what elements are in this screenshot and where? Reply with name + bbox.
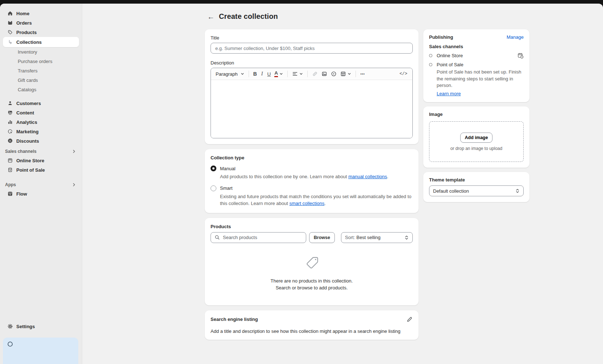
sidebar-item-label: Orders xyxy=(16,20,32,26)
manual-option-label: Manual xyxy=(220,166,236,171)
sidebar-item-label: Content xyxy=(16,110,34,116)
sidebar-item-settings[interactable]: Settings xyxy=(3,322,79,331)
description-textarea[interactable] xyxy=(211,80,412,138)
sidebar-item-label: Inventory xyxy=(18,49,37,55)
title-input[interactable] xyxy=(211,43,413,54)
sidebar-item-customers[interactable]: Customers xyxy=(3,99,79,108)
insert-image-button[interactable] xyxy=(320,70,329,78)
channel-status-icon xyxy=(429,54,432,57)
sidebar-item-home[interactable]: Home xyxy=(3,9,79,18)
publishing-heading: Publishing xyxy=(429,34,453,40)
more-options-icon: ⋯ xyxy=(360,71,366,77)
sidebar-item-transfers[interactable]: Transfers xyxy=(3,66,79,75)
learn-more-link[interactable]: Learn more xyxy=(437,91,461,96)
text-color-icon: A xyxy=(274,71,278,77)
chevron-down-icon xyxy=(348,72,351,76)
paragraph-style-dropdown[interactable]: Paragraph xyxy=(214,70,246,78)
chevron-down-icon xyxy=(241,72,244,76)
channel-label: Point of Sale xyxy=(437,62,463,67)
underline-button[interactable]: U xyxy=(266,70,273,78)
seo-description: Add a title and description to see how t… xyxy=(211,329,413,334)
sidebar-item-discounts[interactable]: Discounts xyxy=(3,136,79,146)
sidebar-item-flow[interactable]: Flow xyxy=(3,189,79,198)
chevron-right-icon xyxy=(72,149,76,154)
image-dropzone[interactable]: Add image or drop an image to upload xyxy=(429,121,524,162)
chevron-down-icon xyxy=(279,72,283,76)
insert-table-button[interactable] xyxy=(338,70,353,78)
content-icon xyxy=(7,110,13,116)
text-color-button[interactable]: A xyxy=(273,69,285,78)
manual-collections-link[interactable]: manual collections xyxy=(348,174,387,179)
description-text: Add products to this collection one by o… xyxy=(220,174,348,179)
sidebar-item-content[interactable]: Content xyxy=(3,108,79,117)
search-products-input[interactable] xyxy=(223,235,302,240)
chevron-right-icon xyxy=(72,183,76,187)
sidebar-item-label: Point of Sale xyxy=(16,167,45,173)
apps-section-header[interactable]: Apps xyxy=(3,180,79,189)
toolbar-divider xyxy=(307,71,308,77)
link-button[interactable] xyxy=(310,70,320,78)
sidebar-item-catalogs[interactable]: Catalogs xyxy=(3,85,79,94)
sidebar-item-products[interactable]: Products xyxy=(3,28,79,37)
manual-radio-option[interactable]: Manual xyxy=(211,166,413,171)
sort-value-label: Best selling xyxy=(356,235,380,240)
sidebar-item-label: Transfers xyxy=(18,68,37,74)
section-header-label: Sales channels xyxy=(5,149,37,154)
sidebar-item-label: Products xyxy=(16,30,37,35)
insert-video-button[interactable] xyxy=(329,70,338,78)
theme-template-heading: Theme template xyxy=(429,177,524,183)
radio-selected-icon[interactable] xyxy=(211,166,216,171)
schedule-publish-button[interactable] xyxy=(517,53,524,59)
sidebar-item-purchase-orders[interactable]: Purchase orders xyxy=(3,57,79,66)
add-image-button[interactable]: Add image xyxy=(460,133,493,143)
code-icon: </> xyxy=(399,71,407,76)
analytics-icon xyxy=(7,119,13,125)
products-empty-state: There are no products in this collection… xyxy=(211,243,413,300)
underline-icon: U xyxy=(267,71,271,77)
table-icon xyxy=(340,71,346,77)
sidebar-item-inventory[interactable]: Inventory xyxy=(3,47,79,57)
empty-tag-icon xyxy=(303,255,320,272)
sidebar-item-orders[interactable]: Orders xyxy=(3,18,79,28)
pencil-icon xyxy=(406,316,413,323)
back-button[interactable]: ← xyxy=(207,13,215,20)
bold-button[interactable]: B xyxy=(251,70,259,78)
sidebar-item-analytics[interactable]: Analytics xyxy=(3,117,79,127)
italic-button[interactable]: I xyxy=(259,70,266,78)
description-text: . xyxy=(387,174,388,179)
sidebar-item-point-of-sale[interactable]: Point of Sale xyxy=(3,165,79,175)
circle-icon xyxy=(7,341,13,347)
radio-unselected-icon[interactable] xyxy=(211,185,216,191)
smart-collections-link[interactable]: smart collections xyxy=(290,201,325,206)
edit-seo-button[interactable] xyxy=(406,316,413,323)
sort-select[interactable]: Sort: Best selling xyxy=(341,232,413,243)
browse-button[interactable]: Browse xyxy=(309,232,335,243)
sort-prefix-label: Sort: xyxy=(345,235,355,240)
more-formatting-button[interactable]: ⋯ xyxy=(358,70,367,78)
sidebar-bottom-banner[interactable] xyxy=(3,338,78,364)
image-heading: Image xyxy=(429,112,524,117)
sidebar-item-online-store[interactable]: Online Store xyxy=(3,156,79,165)
empty-state-line2: Search or browse to add products. xyxy=(211,284,413,292)
global-topbar xyxy=(0,0,603,4)
sidebar-item-label: Marketing xyxy=(16,129,38,134)
collection-type-heading: Collection type xyxy=(211,155,413,160)
show-html-button[interactable]: </> xyxy=(397,70,409,78)
sales-channels-subheading: Sales channels xyxy=(429,44,524,49)
smart-radio-option[interactable]: Smart xyxy=(211,185,413,191)
theme-template-select[interactable]: Default collection xyxy=(429,185,524,196)
description-rich-text-editor: Paragraph B I U A xyxy=(211,68,413,138)
smart-option-description: Existing and future products that match … xyxy=(220,193,412,207)
sidebar-item-label: Collections xyxy=(16,39,42,45)
updown-chevrons-icon xyxy=(515,188,520,193)
sidebar-item-marketing[interactable]: Marketing xyxy=(3,127,79,136)
sidebar-item-collections[interactable]: Collections xyxy=(3,37,79,47)
sidebar-item-gift-cards[interactable]: Gift cards xyxy=(3,75,79,85)
alignment-button[interactable] xyxy=(290,70,305,78)
discounts-icon xyxy=(7,138,13,144)
pos-setup-note: Point of Sale has not been set up. Finis… xyxy=(437,69,524,89)
manage-publishing-link[interactable]: Manage xyxy=(507,34,524,40)
orders-icon xyxy=(7,20,13,26)
sales-channels-section-header[interactable]: Sales channels xyxy=(3,147,79,156)
point-of-sale-icon xyxy=(7,167,13,173)
